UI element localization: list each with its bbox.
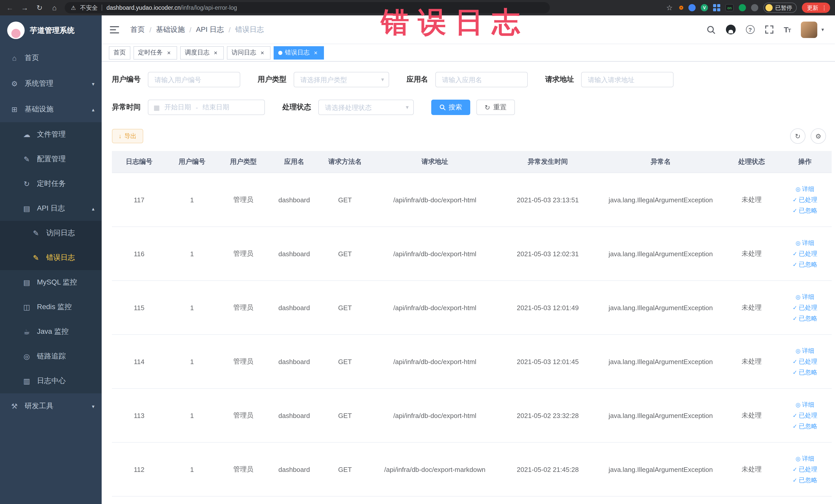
detail-link[interactable]: ◎详细	[795, 185, 814, 193]
tab-home[interactable]: 首页	[109, 46, 130, 59]
filter-label: 请求地址	[545, 75, 574, 84]
detail-link[interactable]: ◎详细	[795, 400, 814, 409]
user-avatar[interactable]	[801, 21, 817, 38]
close-icon[interactable]: ×	[312, 49, 319, 56]
tab-access-log[interactable]: 访问日志 ×	[227, 46, 270, 59]
kebab-menu-icon[interactable]: ⋮	[821, 4, 827, 11]
request-url-input[interactable]	[581, 72, 674, 87]
end-date-placeholder: 结束日期	[203, 103, 229, 112]
help-icon[interactable]: ?	[746, 25, 754, 34]
column-header: 用户编号	[166, 151, 218, 173]
reset-button[interactable]: ↻ 重置	[476, 100, 515, 115]
detail-link[interactable]: ◎详细	[795, 239, 814, 247]
extension-icon-1[interactable]	[679, 6, 683, 10]
extension-icon-5[interactable]: on	[726, 4, 734, 11]
user-type-select-input[interactable]	[294, 72, 389, 87]
extension-icon-6[interactable]	[739, 4, 746, 11]
trace-icon: ◎	[23, 352, 31, 361]
sidebar-item-access-log[interactable]: ✎ 访问日志	[0, 221, 102, 245]
close-icon[interactable]: ×	[165, 49, 172, 56]
breadcrumb-infrastructure[interactable]: 基础设施	[156, 25, 185, 34]
close-icon[interactable]: ×	[259, 49, 266, 56]
reload-icon[interactable]: ↻	[35, 4, 44, 12]
extension-icon-4[interactable]	[713, 4, 720, 11]
sidebar-item-system-management[interactable]: ⚙ 系统管理 ▾	[0, 71, 102, 97]
cell-process-status: 未处理	[725, 465, 778, 474]
sidebar-item-file-management[interactable]: ☁ 文件管理	[0, 122, 102, 147]
cell-method: GET	[319, 304, 371, 311]
sidebar-item-api-logs[interactable]: ▤ API 日志 ▴	[0, 196, 102, 221]
font-size-icon[interactable]: TT	[784, 25, 791, 34]
export-button[interactable]: ↓ 导出	[112, 129, 143, 143]
sidebar-item-trace[interactable]: ◎ 链路追踪	[0, 344, 102, 369]
back-icon[interactable]: ←	[5, 4, 14, 12]
processed-link[interactable]: ✓已处理	[793, 411, 817, 420]
browser-chrome: ← → ↻ ⌂ ⚠ 不安全 dashboard.yudao.iocoder.cn…	[0, 0, 835, 15]
sidebar-toggle-icon[interactable]	[110, 24, 121, 35]
extension-icon-2[interactable]	[688, 4, 696, 11]
detail-link[interactable]: ◎详细	[795, 454, 814, 463]
address-bar[interactable]: ⚠ 不安全 dashboard.yudao.iocoder.cn/infra/l…	[65, 2, 550, 13]
main-area: 首页 / 基础设施 / API 日志 / 错误日志 ? TT ▾	[102, 15, 835, 504]
ignored-link[interactable]: ✓已忽略	[793, 368, 817, 377]
fullscreen-icon[interactable]	[765, 25, 773, 34]
close-icon[interactable]: ×	[212, 49, 219, 56]
tab-label: 调度日志	[185, 48, 209, 57]
ignored-link[interactable]: ✓已忽略	[793, 314, 817, 323]
sidebar-item-dev-tools[interactable]: ⚒ 研发工具 ▾	[0, 394, 102, 419]
date-range-picker[interactable]: ▦ 开始日期 - 结束日期	[148, 100, 265, 115]
sidebar-item-java-monitor[interactable]: ☕ Java 监控	[0, 319, 102, 344]
sidebar-item-config-management[interactable]: ✎ 配置管理	[0, 147, 102, 172]
ignored-link[interactable]: ✓已忽略	[793, 476, 817, 484]
cell-actions: ◎详细 ✓已处理 ✓已忽略	[778, 239, 832, 269]
app-logo[interactable]: 芋道管理系统	[0, 15, 102, 45]
breadcrumb-api-logs[interactable]: API 日志	[196, 25, 224, 34]
github-icon[interactable]	[726, 25, 735, 35]
processed-link[interactable]: ✓已处理	[793, 357, 817, 366]
column-settings-button[interactable]: ⚙	[811, 128, 826, 144]
search-icon[interactable]	[706, 25, 715, 34]
sidebar-item-error-log[interactable]: ✎ 错误日志	[0, 245, 102, 270]
processed-link[interactable]: ✓已处理	[793, 465, 817, 474]
tab-error-log[interactable]: 错误日志 ×	[273, 46, 324, 59]
sidebar-item-redis-monitor[interactable]: ◫ Redis 监控	[0, 295, 102, 319]
user-id-input[interactable]	[148, 72, 240, 87]
sidebar-item-infrastructure[interactable]: ⊞ 基础设施 ▴	[0, 97, 102, 122]
tab-scheduled-tasks[interactable]: 定时任务 ×	[134, 46, 177, 59]
user-type-select[interactable]: ▾	[294, 72, 389, 87]
sidebar-item-log-center[interactable]: ▥ 日志中心	[0, 369, 102, 394]
cell-method: GET	[319, 250, 371, 258]
extension-icon-3[interactable]: V	[701, 4, 708, 11]
detail-link[interactable]: ◎详细	[795, 293, 814, 301]
chevron-up-icon: ▴	[92, 206, 95, 211]
cell-request-url: /api/infra/db-doc/export-html	[371, 196, 499, 204]
app-name-input[interactable]	[435, 72, 528, 87]
forward-icon[interactable]: →	[20, 4, 29, 12]
sidebar-item-label: MySQL 监控	[37, 278, 95, 287]
processed-link[interactable]: ✓已处理	[793, 249, 817, 258]
search-icon	[440, 104, 446, 110]
bookmark-star-icon[interactable]: ☆	[665, 4, 674, 12]
processed-link[interactable]: ✓已处理	[793, 195, 817, 204]
ignored-link[interactable]: ✓已忽略	[793, 260, 817, 269]
ignored-link[interactable]: ✓已忽略	[793, 206, 817, 215]
sidebar-item-scheduled-tasks[interactable]: ↻ 定时任务	[0, 172, 102, 196]
detail-link[interactable]: ◎详细	[795, 346, 814, 355]
chrome-update-button[interactable]: 更新 ⋮	[802, 3, 830, 13]
process-status-select-input[interactable]	[318, 100, 414, 115]
process-status-select[interactable]: ▾	[318, 100, 414, 115]
refresh-table-button[interactable]: ↻	[790, 128, 806, 144]
breadcrumb-home[interactable]: 首页	[130, 25, 145, 34]
ignored-link[interactable]: ✓已忽略	[793, 422, 817, 430]
search-button[interactable]: 搜索	[431, 100, 470, 115]
filter-label: 用户编号	[112, 75, 141, 84]
extension-icon-7[interactable]	[751, 4, 758, 11]
tab-schedule-log[interactable]: 调度日志 ×	[180, 46, 224, 59]
profile-paused-badge[interactable]: 已暂停	[763, 3, 797, 13]
sidebar-item-home[interactable]: ⌂ 首页	[0, 45, 102, 71]
sidebar-item-mysql-monitor[interactable]: ▤ MySQL 监控	[0, 270, 102, 295]
processed-link[interactable]: ✓已处理	[793, 303, 817, 312]
home-icon[interactable]: ⌂	[50, 4, 59, 12]
avatar-caret-icon[interactable]: ▾	[821, 27, 824, 32]
top-navbar: 首页 / 基础设施 / API 日志 / 错误日志 ? TT ▾	[102, 15, 835, 44]
